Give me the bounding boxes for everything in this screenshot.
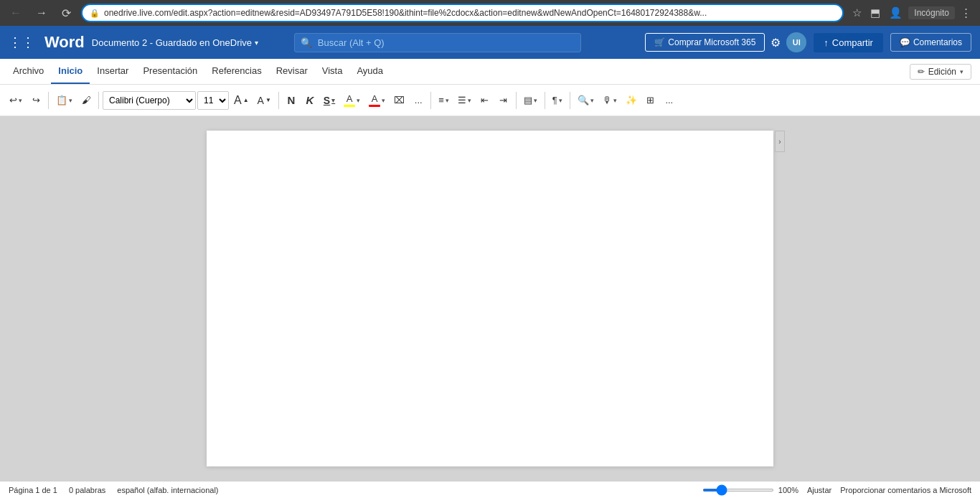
separator-5 — [516, 92, 517, 109]
undo-arrow-icon: ▾ — [19, 97, 22, 104]
waffle-icon[interactable]: ⋮⋮ — [9, 34, 34, 50]
dictate-arrow-icon: ▾ — [613, 97, 617, 104]
comments-icon: 💬 — [900, 37, 910, 47]
document-page[interactable] — [207, 131, 773, 466]
bold-button[interactable]: N — [283, 91, 300, 109]
decrease-indent-button[interactable]: ⇤ — [476, 92, 494, 108]
font-color-button[interactable]: A ▾ — [365, 90, 389, 110]
feedback-label[interactable]: Proporcionar comentarios a Microsoft — [840, 486, 971, 494]
numbering-arrow-icon: ▾ — [468, 97, 471, 104]
search-bar: 🔍 — [294, 33, 581, 52]
highlight-button[interactable]: A ▾ — [340, 90, 364, 110]
separator-2 — [98, 92, 99, 109]
italic-button[interactable]: K — [301, 91, 319, 109]
settings-icon[interactable]: ⚙ — [771, 36, 781, 50]
more-format-button[interactable]: ... — [410, 92, 427, 108]
browser-right-icons: ☆ ⬒ 👤 Incógnito ⋮ — [849, 4, 974, 22]
increase-font-button[interactable]: A ▲ — [230, 91, 253, 110]
menu-icon[interactable]: ⋮ — [958, 4, 974, 22]
screenshot-icon[interactable]: ⬒ — [867, 4, 883, 22]
menu-item-presentacion[interactable]: Presentación — [136, 59, 204, 84]
font-color-arrow-icon: ▾ — [382, 97, 385, 104]
paste-icon: 📋 — [56, 95, 67, 105]
clear-format-icon: ⌧ — [394, 95, 405, 105]
reload-button[interactable]: ⟳ — [57, 4, 75, 23]
menu-item-revisar[interactable]: Revisar — [269, 59, 315, 84]
menu-item-archivo[interactable]: Archivo — [6, 59, 51, 84]
menu-item-vista[interactable]: Vista — [315, 59, 350, 84]
url-text: onedrive.live.com/edit.aspx?action=editn… — [104, 8, 835, 18]
menu-item-insertar[interactable]: Insertar — [90, 59, 136, 84]
styles-button[interactable]: ¶ ▾ — [549, 92, 566, 108]
buy-button[interactable]: 🛒 Comprar Microsoft 365 — [645, 33, 765, 52]
edit-mode-chevron-icon: ▾ — [960, 68, 963, 75]
increase-font-icon: A — [234, 94, 242, 107]
designer-button[interactable]: ✨ — [622, 92, 641, 108]
highlight-icon: A — [347, 93, 353, 104]
menu-bar: Archivo Inicio Insertar Presentación Ref… — [0, 59, 980, 85]
alignment-button[interactable]: ▤ ▾ — [520, 92, 541, 108]
bullets-arrow-icon: ▾ — [446, 97, 449, 104]
redo-button[interactable]: ↪ — [27, 92, 44, 108]
reuse-button[interactable]: ⊞ — [642, 92, 659, 108]
share-button[interactable]: ↑ Compartir — [814, 33, 883, 52]
back-button[interactable]: ← — [6, 4, 26, 22]
search-input[interactable] — [294, 33, 581, 52]
decrease-font-button[interactable]: A ▼ — [254, 92, 275, 109]
paste-button[interactable]: 📋 ▾ — [52, 92, 76, 108]
lock-icon: 🔒 — [90, 9, 100, 18]
menu-item-inicio[interactable]: Inicio — [51, 59, 90, 84]
paste-arrow-icon: ▾ — [69, 97, 72, 104]
alignment-arrow-icon: ▾ — [534, 97, 537, 104]
word-count: 0 palabras — [69, 486, 105, 494]
find-button[interactable]: 🔍 ▾ — [574, 92, 598, 108]
status-bar: Página 1 de 1 0 palabras español (alfab.… — [0, 481, 980, 498]
separator-6 — [545, 92, 545, 109]
incognito-label: Incógnito — [914, 8, 949, 18]
dictate-button[interactable]: 🎙 ▾ — [599, 92, 621, 108]
font-selector[interactable]: Calibri (Cuerpo) — [103, 91, 196, 110]
title-chevron-icon: ▾ — [255, 39, 258, 47]
edit-mode-button[interactable]: ✏ Edición ▾ — [910, 64, 971, 80]
adjust-label[interactable]: Ajustar — [807, 486, 831, 494]
menu-item-ayuda[interactable]: Ayuda — [349, 59, 390, 84]
buy-icon: 🛒 — [654, 37, 665, 47]
format-painter-icon: 🖌 — [82, 95, 91, 105]
bullets-icon: ≡ — [438, 95, 444, 105]
clear-format-button[interactable]: ⌧ — [390, 92, 408, 108]
zoom-controls: 100% — [702, 486, 798, 494]
address-bar[interactable]: 🔒 onedrive.live.com/edit.aspx?action=edi… — [81, 4, 844, 22]
zoom-slider[interactable] — [702, 489, 774, 492]
avatar[interactable]: UI — [786, 32, 806, 52]
zoom-level: 100% — [778, 486, 798, 494]
menu-item-referencias[interactable]: Referencias — [204, 59, 268, 84]
undo-button[interactable]: ↩ ▾ — [6, 92, 26, 108]
increase-indent-button[interactable]: ⇥ — [495, 92, 512, 108]
decrease-font-icon: A — [258, 95, 264, 106]
redo-icon: ↪ — [32, 95, 40, 105]
overflow-button[interactable]: ... — [661, 92, 678, 108]
undo-icon: ↩ — [9, 95, 17, 105]
page-collapse-button[interactable]: › — [775, 131, 785, 152]
comments-button[interactable]: 💬 Comentarios — [890, 33, 971, 52]
share-icon: ↑ — [824, 37, 829, 48]
font-size-selector[interactable]: 11 — [197, 91, 229, 110]
decrease-indent-icon: ⇤ — [481, 95, 489, 105]
search-icon: 🔍 — [301, 37, 312, 48]
bookmark-icon[interactable]: ☆ — [849, 4, 864, 22]
bullets-button[interactable]: ≡ ▾ — [435, 92, 453, 108]
underline-button[interactable]: S ▾ — [320, 92, 339, 109]
font-color-bar — [369, 105, 380, 107]
separator-7 — [570, 92, 570, 109]
document-title[interactable]: Documento 2 - Guardado en OneDrive ▾ — [92, 37, 258, 48]
numbering-button[interactable]: ☰ ▾ — [454, 92, 475, 108]
forward-button[interactable]: → — [32, 4, 52, 22]
word-logo[interactable]: Word — [44, 33, 85, 52]
profile-icon[interactable]: 👤 — [886, 4, 905, 22]
styles-arrow-icon: ▾ — [559, 97, 562, 104]
edit-icon: ✏ — [918, 67, 925, 77]
reuse-icon: ⊞ — [646, 95, 654, 105]
incognito-button[interactable]: Incógnito — [908, 6, 955, 19]
toolbar: ↩ ▾ ↪ 📋 ▾ 🖌 Calibri (Cuerpo) 11 A ▲ A ▼ … — [0, 85, 980, 116]
format-painter-button[interactable]: 🖌 — [77, 92, 95, 108]
